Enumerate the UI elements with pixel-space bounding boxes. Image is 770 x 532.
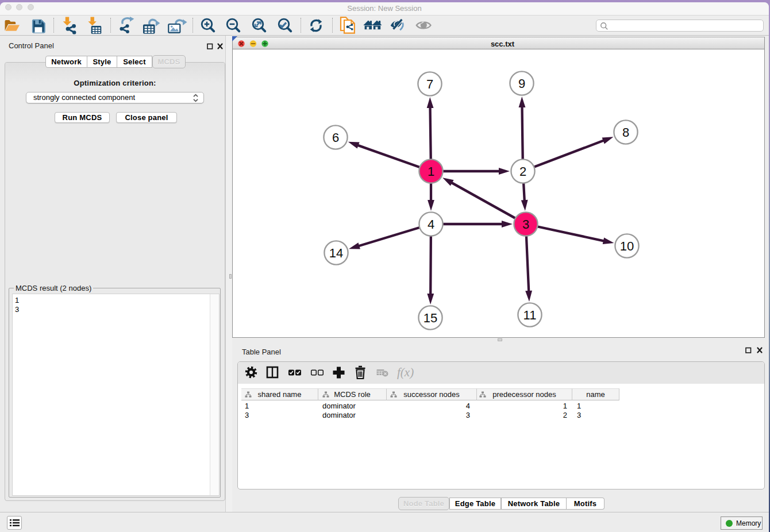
svg-text:11: 11 — [523, 308, 537, 322]
svg-text:6: 6 — [332, 130, 339, 145]
svg-text:3: 3 — [522, 217, 529, 232]
svg-text:15: 15 — [424, 311, 437, 325]
svg-text:8: 8 — [622, 125, 629, 140]
svg-text:4: 4 — [428, 217, 434, 232]
svg-text:10: 10 — [620, 239, 634, 253]
svg-text:14: 14 — [329, 246, 343, 260]
svg-text:1: 1 — [428, 164, 434, 179]
svg-text:9: 9 — [518, 76, 525, 91]
svg-text:7: 7 — [426, 77, 433, 91]
svg-text:2: 2 — [519, 164, 526, 179]
